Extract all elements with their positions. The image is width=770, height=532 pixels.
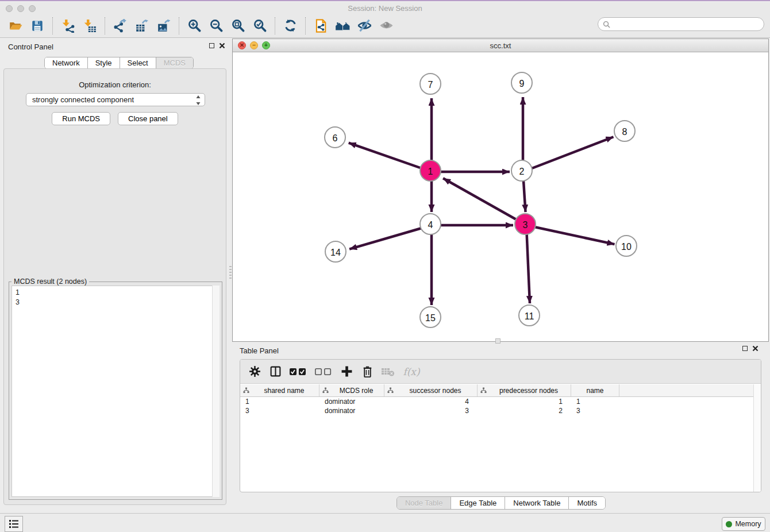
table-cell[interactable]: dominator xyxy=(319,407,384,416)
zoom-in-button[interactable] xyxy=(183,16,205,36)
table-cell[interactable]: 1 xyxy=(478,398,571,407)
split-view-button[interactable] xyxy=(267,363,284,380)
graph-node[interactable]: 2 xyxy=(511,160,533,182)
import-table-button[interactable] xyxy=(79,16,101,36)
graph-node[interactable]: 9 xyxy=(511,72,533,94)
control-panel-title: Control Panel xyxy=(8,43,53,51)
toolbar-separator xyxy=(179,17,179,34)
zoom-fit-button[interactable] xyxy=(227,16,249,36)
search-input[interactable] xyxy=(613,19,764,29)
select-all-columns-button[interactable] xyxy=(287,363,309,380)
tab-edge-table[interactable]: Edge Table xyxy=(451,497,505,509)
column-header-shared-name[interactable]: shared name xyxy=(240,384,319,396)
import-network-button[interactable] xyxy=(57,16,79,36)
trash-icon xyxy=(361,365,374,377)
graph-node[interactable]: 4 xyxy=(419,213,441,235)
tab-node-table[interactable]: Node Table xyxy=(397,497,452,509)
refresh-layout-button[interactable] xyxy=(279,16,301,36)
graph-node[interactable]: 11 xyxy=(518,304,540,326)
task-history-button[interactable] xyxy=(5,516,23,532)
mcds-result-text[interactable]: 1 3 xyxy=(11,286,220,497)
home-button[interactable] xyxy=(332,16,353,36)
create-column-button[interactable] xyxy=(338,363,355,380)
column-header-predecessor-nodes[interactable]: predecessor nodes xyxy=(478,384,571,396)
table-row: 1dominator411 xyxy=(240,398,754,407)
memory-button[interactable]: Memory xyxy=(722,517,765,531)
graph-node[interactable]: 8 xyxy=(614,120,636,142)
export-network-icon xyxy=(113,19,127,33)
table-panel-close-button[interactable] xyxy=(752,345,759,352)
table-cell[interactable]: 2 xyxy=(478,407,571,416)
function-builder-icon: f(x) xyxy=(403,366,419,377)
control-panel-float-button[interactable] xyxy=(209,43,214,48)
clone-network-icon xyxy=(313,18,328,33)
graph-node[interactable]: 15 xyxy=(419,306,441,328)
graph-node[interactable]: 3 xyxy=(514,213,536,235)
column-header-name[interactable]: name xyxy=(571,384,619,396)
graph-node[interactable]: 10 xyxy=(615,235,637,257)
hierarchy-icon xyxy=(322,387,329,394)
network-canvas[interactable]: 7968124314101511 xyxy=(233,52,768,341)
graph-node[interactable]: 14 xyxy=(325,241,346,263)
tab-mcds[interactable]: MCDS xyxy=(156,57,193,68)
search-icon xyxy=(603,21,610,28)
table-panel-title: Table Panel xyxy=(240,346,279,355)
export-image-icon xyxy=(157,19,171,33)
tab-select[interactable]: Select xyxy=(120,57,156,68)
run-mcds-button[interactable]: Run MCDS xyxy=(52,112,110,125)
table-cell[interactable]: 1 xyxy=(240,398,319,407)
network-window-titlebar[interactable]: ✕ – + scc.txt xyxy=(233,39,768,52)
toolbar-separator xyxy=(305,17,306,34)
graph-node[interactable]: 1 xyxy=(419,160,441,182)
tab-style[interactable]: Style xyxy=(88,57,120,68)
close-panel-button[interactable]: Close panel xyxy=(118,112,178,125)
graph-node[interactable]: 7 xyxy=(419,73,441,95)
table-cell[interactable]: 1 xyxy=(571,398,619,407)
tab-motifs[interactable]: Motifs xyxy=(569,497,605,509)
table-row: 3dominator323 xyxy=(240,407,754,416)
criterion-select[interactable]: strongly connected component xyxy=(26,93,205,106)
clone-network-button[interactable] xyxy=(310,16,332,36)
hide-graphics-details-button[interactable] xyxy=(353,16,375,36)
vertical-splitter-grip[interactable] xyxy=(229,266,232,279)
table-cell[interactable]: 3 xyxy=(240,407,319,416)
zoom-out-icon xyxy=(209,18,224,33)
graph-node[interactable]: 6 xyxy=(324,126,346,148)
tab-network[interactable]: Network xyxy=(45,57,88,68)
table-panel: Table Panel xyxy=(232,343,770,511)
table-cell[interactable]: 3 xyxy=(571,407,619,416)
window-titlebar: Session: New Session xyxy=(0,2,770,14)
zoom-out-button[interactable] xyxy=(205,16,227,36)
export-table-button[interactable] xyxy=(131,16,153,36)
result-scrollbar[interactable] xyxy=(212,286,220,497)
split-view-icon xyxy=(270,365,282,377)
toolbar-separator xyxy=(275,17,275,34)
open-session-button[interactable] xyxy=(5,16,26,36)
table-scrollbar[interactable] xyxy=(753,384,761,492)
export-image-button[interactable] xyxy=(153,16,175,36)
control-panel-close-button[interactable] xyxy=(219,43,225,49)
gear-button[interactable] xyxy=(246,363,263,380)
mcds-panel: Optimization criterion: strongly connect… xyxy=(3,68,226,505)
delete-button[interactable] xyxy=(359,363,376,380)
table-cell[interactable]: 4 xyxy=(384,398,478,407)
search-field[interactable] xyxy=(598,17,764,31)
table-cell[interactable]: 3 xyxy=(384,407,478,416)
application-window: Session: New Session xyxy=(0,0,770,532)
save-session-button[interactable] xyxy=(26,16,48,36)
network-window-title: scc.txt xyxy=(233,41,768,50)
table-panel-float-button[interactable] xyxy=(742,346,748,351)
hide-graphics-details-icon xyxy=(357,18,372,33)
save-session-icon xyxy=(30,19,44,33)
table-cell[interactable]: dominator xyxy=(319,398,384,407)
window-title: Session: New Session xyxy=(0,4,770,13)
deselect-all-columns-button[interactable] xyxy=(313,363,334,380)
chevron-up-down-icon xyxy=(195,95,201,106)
column-header-successor-nodes[interactable]: successor nodes xyxy=(384,384,478,396)
export-network-button[interactable] xyxy=(109,16,131,36)
show-graphics-details-icon xyxy=(379,18,394,33)
zoom-in-icon xyxy=(187,18,202,33)
zoom-selected-button[interactable] xyxy=(249,16,271,36)
column-header-mcds-role[interactable]: MCDS role xyxy=(319,384,384,396)
tab-network-table[interactable]: Network Table xyxy=(505,497,569,509)
